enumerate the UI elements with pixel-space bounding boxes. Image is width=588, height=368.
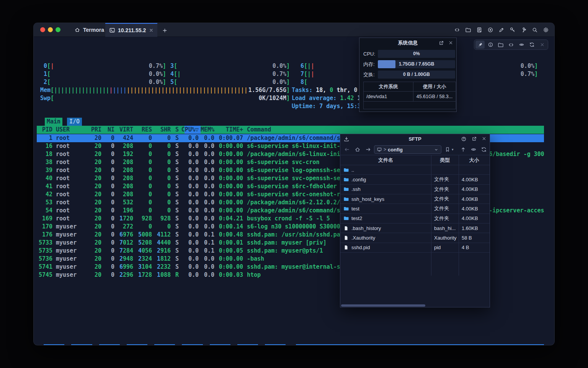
info-icon[interactable]: [486, 41, 495, 49]
fn-key-f3[interactable]: F3: [92, 344, 99, 345]
tab-session[interactable]: 10.211.55.2: [105, 23, 157, 37]
file-name: test: [351, 206, 359, 212]
filename-column-header[interactable]: 文件名: [340, 155, 431, 165]
column-header-time[interactable]: TIME+: [226, 126, 243, 134]
settings-icon[interactable]: [542, 27, 549, 33]
file-row-..[interactable]: ..: [340, 165, 490, 175]
column-header-pid[interactable]: PID: [42, 126, 52, 134]
column-header-res[interactable]: RES: [142, 126, 152, 134]
fn-action-quit[interactable]: Quit: [296, 344, 317, 345]
log-file-icon[interactable]: [476, 27, 482, 33]
fn-action-setup[interactable]: Setup: [71, 344, 92, 345]
file-row-.bash_history[interactable]: .bash_historybash_hi...1.60KB: [340, 223, 490, 233]
file-row-sshd.pid[interactable]: sshd.pidpid4 B: [340, 243, 490, 253]
file-row-test[interactable]: test文件夹4.00KB: [340, 204, 490, 214]
file-size: 58 B: [462, 235, 472, 241]
fn-action-filter[interactable]: Filter: [127, 344, 147, 345]
column-header-command[interactable]: Command: [247, 126, 271, 134]
fn-action-search[interactable]: Search: [99, 344, 120, 345]
fn-action-help[interactable]: Help: [44, 344, 64, 345]
fn-action-kill[interactable]: Kill: [265, 344, 286, 345]
cpu-label: CPU:: [363, 50, 375, 58]
filesystem-row[interactable]: /dev/vda1 45.61GB / 58.3...: [364, 92, 456, 102]
tab-close-icon[interactable]: [149, 28, 154, 33]
column-header-pri[interactable]: PRI: [91, 126, 101, 134]
file-row-ssh_host_keys[interactable]: ssh_host_keys文件夹4.00KB: [340, 194, 490, 204]
horizontal-scrollbar[interactable]: [341, 304, 425, 307]
column-header-virt[interactable]: VIRT: [119, 126, 133, 134]
column-header-user[interactable]: USER: [56, 126, 70, 134]
fn-action-tree[interactable]: Tree: [154, 344, 175, 345]
htop-tab-main[interactable]: Main: [45, 118, 62, 126]
file-row-test2[interactable]: test2文件夹4.00KB: [340, 214, 490, 223]
show-hidden-eye-icon[interactable]: [470, 146, 477, 153]
zoom-traffic-light[interactable]: [56, 27, 60, 32]
search-icon[interactable]: [531, 27, 538, 33]
back-icon[interactable]: [344, 146, 350, 153]
pin-icon[interactable]: [475, 41, 485, 49]
fn-key-f2[interactable]: F2: [64, 344, 71, 345]
column-header-mem[interactable]: MEM%: [201, 126, 214, 134]
bookmark-icon[interactable]: [444, 146, 451, 153]
fn-key-f5[interactable]: F5: [147, 344, 154, 345]
new-tab-button[interactable]: [160, 26, 169, 34]
fn-key-f4[interactable]: F4: [120, 344, 127, 345]
type-column-header[interactable]: 类型: [431, 155, 459, 165]
tab-termora-home[interactable]: Termora: [69, 23, 109, 37]
fn-key-f7[interactable]: F7: [203, 344, 210, 345]
memory-label: 内存:: [363, 60, 375, 68]
eye-icon[interactable]: [517, 41, 526, 49]
cpu-progress-text: 0%: [378, 50, 455, 58]
refresh-icon[interactable]: [527, 41, 536, 49]
process-table-header[interactable]: PIDUSERPRINIVIRTRESSHRSCPU%▽MEM%TIME+Com…: [37, 126, 544, 134]
file-row-.ssh[interactable]: .ssh文件夹4.00KB: [340, 185, 490, 194]
forward-icon[interactable]: [365, 146, 371, 153]
sftp-table-header[interactable]: 文件名 类型 大小: [340, 155, 490, 165]
minimize-traffic-light[interactable]: [48, 27, 53, 32]
fn-action-sortby[interactable]: SortBy: [182, 344, 203, 345]
path-breadcrumb[interactable]: > config: [374, 145, 441, 154]
folder-icon[interactable]: [496, 41, 505, 49]
external-icon[interactable]: [471, 136, 477, 142]
column-header-s[interactable]: S: [175, 126, 179, 134]
fn-key-f10[interactable]: F10: [286, 344, 296, 345]
fn-key-f6[interactable]: F6: [175, 344, 182, 345]
file-row-.Xauthority[interactable]: .XauthorityXauthority58 B: [340, 233, 490, 243]
column-header-ni[interactable]: NI: [108, 126, 114, 134]
fn-key-f1[interactable]: F1: [37, 344, 44, 345]
chevron-down-icon[interactable]: [434, 147, 439, 152]
file-size: 4.00KB: [462, 186, 478, 192]
close-icon[interactable]: [448, 40, 453, 46]
close-traffic-light[interactable]: [40, 27, 45, 32]
close-icon[interactable]: [537, 41, 547, 49]
fn-key-f8[interactable]: F8: [230, 344, 237, 345]
fn-action-nice+[interactable]: Nice +: [237, 344, 258, 345]
up-directory-icon[interactable]: [460, 146, 466, 153]
key-icon[interactable]: [509, 27, 516, 33]
htop-tab-io[interactable]: I/O: [67, 118, 82, 126]
close-icon[interactable]: [482, 136, 487, 142]
tab-session-label: 10.211.55.2: [118, 27, 146, 33]
record-icon[interactable]: [487, 27, 493, 33]
sftp-header[interactable]: SFTP: [340, 134, 490, 144]
column-header-shr[interactable]: SHR: [160, 126, 171, 134]
folder-icon: [343, 196, 349, 202]
folder-icon[interactable]: [465, 27, 471, 33]
fn-key-f9[interactable]: F9: [258, 344, 265, 345]
size-column-header[interactable]: 大小: [459, 155, 490, 165]
cpu-meter-3: 3[0.0%]: [170, 62, 290, 70]
folder-icon: [343, 186, 349, 192]
tab-termora-label: Termora: [83, 27, 104, 33]
refresh-icon[interactable]: [481, 146, 487, 153]
help-icon[interactable]: [461, 136, 467, 142]
external-icon[interactable]: [438, 40, 444, 46]
keychain-icon[interactable]: [520, 27, 527, 33]
code-icon[interactable]: [454, 27, 460, 33]
bookmark-dropdown-icon[interactable]: ▾: [452, 148, 454, 151]
edit-icon[interactable]: [498, 27, 505, 33]
column-header-cpu[interactable]: CPU%▽: [181, 126, 199, 134]
code-icon[interactable]: [506, 41, 516, 49]
home-icon[interactable]: [354, 146, 361, 153]
fn-action-nice-[interactable]: Nice -: [210, 344, 230, 345]
file-row-.config[interactable]: .config文件夹4.00KB: [340, 175, 490, 184]
